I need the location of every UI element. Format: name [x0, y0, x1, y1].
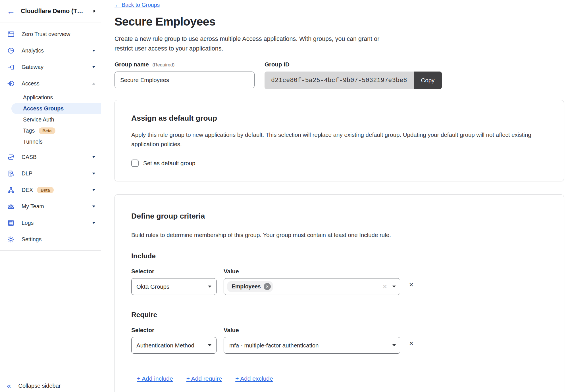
sidebar-item-settings[interactable]: Settings: [0, 231, 101, 248]
window-icon: [7, 30, 15, 38]
criteria-card: Define group criteria Build rules to det…: [115, 194, 564, 392]
criteria-card-body: Build rules to determine membership of t…: [131, 230, 547, 240]
include-heading: Include: [131, 252, 547, 260]
sidebar-item-label: DLP: [22, 170, 32, 177]
chevron-down-icon[interactable]: [92, 206, 95, 207]
sidebar-item-label: Tunnels: [23, 139, 43, 145]
group-id-column: Group ID d21ce80f-5a25-4bcf-9b07-5032197…: [265, 61, 442, 89]
require-selector-value: Authentication Method: [136, 342, 194, 349]
sidebar-item-dex[interactable]: DEX Beta: [0, 182, 101, 198]
remove-include-rule-icon[interactable]: ✕: [409, 282, 414, 288]
value-tag-label: Employees: [232, 283, 261, 290]
sidebar-item-gateway[interactable]: Gateway: [0, 59, 101, 75]
include-rule-row: Okta Groups Employees ✕ ✕ ✕: [131, 278, 547, 295]
page-description: Create a new rule group to use across mu…: [115, 34, 392, 53]
default-group-card: Assign as default group Apply this rule …: [115, 100, 564, 181]
selector-label: Selector: [131, 268, 224, 275]
selector-label: Selector: [131, 327, 224, 334]
sidebar-item-access-groups[interactable]: Access Groups: [11, 103, 101, 114]
require-selector-dropdown[interactable]: Authentication Method: [131, 337, 217, 354]
sidebar-item-service-auth[interactable]: Service Auth: [0, 114, 101, 125]
chevron-down-icon[interactable]: [392, 344, 396, 346]
add-exclude-link[interactable]: + Add exclude: [235, 375, 273, 382]
gear-icon: [7, 235, 15, 243]
sidebar-header: ← Cloudflare Demo (T…: [0, 0, 101, 22]
sidebar-item-tags[interactable]: Tags Beta: [0, 125, 101, 136]
sidebar-item-label: Access Groups: [23, 105, 64, 112]
chevron-down-icon[interactable]: [92, 66, 95, 68]
back-to-groups-link[interactable]: ← Back to Groups: [115, 2, 160, 8]
chevron-down-icon[interactable]: [92, 156, 95, 158]
chevron-down-icon[interactable]: [92, 173, 95, 175]
sidebar-item-applications[interactable]: Applications: [0, 92, 101, 103]
sidebar-item-label: CASB: [22, 154, 37, 160]
sidebar-item-my-team[interactable]: My Team: [0, 198, 101, 215]
chevron-down-icon[interactable]: [92, 189, 95, 191]
sidebar-item-dlp[interactable]: DLP: [0, 165, 101, 182]
logs-icon: [7, 219, 15, 227]
sidebar-item-tunnels[interactable]: Tunnels: [0, 136, 101, 147]
beta-badge: Beta: [39, 127, 55, 134]
add-include-link[interactable]: + Add include: [137, 375, 173, 382]
include-value-multiselect[interactable]: Employees ✕ ✕: [224, 278, 400, 295]
include-field-labels: Selector Value: [131, 268, 547, 275]
group-name-column: Group name (Required): [115, 61, 255, 89]
account-title: Cloudflare Demo (T…: [21, 8, 88, 15]
default-group-checkbox[interactable]: [131, 160, 139, 167]
beta-badge: Beta: [37, 187, 54, 193]
group-name-input[interactable]: [115, 72, 255, 88]
add-rule-links: + Add include + Add require + Add exclud…: [137, 375, 547, 382]
dlp-icon: [7, 169, 15, 177]
collapse-sidebar-button[interactable]: « Collapse sidebar: [0, 376, 101, 392]
require-value-dropdown[interactable]: mfa - multiple-factor authentication: [224, 337, 400, 354]
sidebar-item-label: Gateway: [22, 64, 43, 70]
sidebar-item-zero-trust-overview[interactable]: Zero Trust overview: [0, 26, 101, 42]
copy-button[interactable]: Copy: [414, 72, 442, 89]
remove-tag-icon[interactable]: ✕: [264, 283, 271, 290]
dex-icon: [7, 186, 15, 194]
chevron-down-icon[interactable]: [92, 50, 95, 52]
chevron-down-icon: [208, 344, 211, 346]
chevron-down-icon: [208, 286, 211, 288]
page-title: Secure Employees: [115, 15, 564, 28]
sidebar-item-label: Tags: [23, 127, 35, 134]
team-icon: [7, 202, 15, 210]
sidebar-item-label: Settings: [22, 236, 41, 243]
expand-right-icon[interactable]: [93, 10, 96, 12]
chevron-down-icon[interactable]: [392, 286, 396, 288]
require-heading: Require: [131, 311, 547, 319]
group-name-label: Group name: [115, 61, 149, 68]
sidebar-item-logs[interactable]: Logs: [0, 215, 101, 231]
access-icon: [7, 79, 15, 87]
required-hint: (Required): [152, 62, 174, 67]
sidebar-item-analytics[interactable]: Analytics: [0, 42, 101, 59]
chevron-up-icon[interactable]: [92, 83, 95, 85]
default-group-card-body: Apply this rule group to new application…: [131, 130, 535, 149]
sidebar-item-label: Logs: [22, 220, 34, 226]
group-id-label: Group ID: [265, 61, 290, 68]
main-content: ← Back to Groups Secure Employees Create…: [101, 0, 568, 392]
group-meta-row: Group name (Required) Group ID d21ce80f-…: [115, 61, 564, 89]
criteria-card-title: Define group criteria: [131, 212, 547, 221]
sidebar-item-access[interactable]: Access: [0, 75, 101, 92]
clear-values-icon[interactable]: ✕: [382, 284, 387, 290]
value-label: Value: [224, 327, 239, 334]
back-arrow-icon[interactable]: ←: [7, 7, 15, 15]
include-selector-value: Okta Groups: [136, 283, 169, 290]
sidebar-item-label: Analytics: [22, 47, 44, 54]
value-tag: Employees ✕: [227, 281, 273, 292]
sidebar: ← Cloudflare Demo (T… Zero Trust overvie…: [0, 0, 101, 392]
chevron-down-icon[interactable]: [92, 222, 95, 224]
sidebar-item-label: Service Auth: [23, 116, 54, 123]
default-group-card-title: Assign as default group: [131, 114, 547, 123]
include-selector-dropdown[interactable]: Okta Groups: [131, 278, 217, 295]
set-default-group-row[interactable]: Set as default group: [131, 160, 547, 167]
add-require-link[interactable]: + Add require: [186, 375, 222, 382]
remove-require-rule-icon[interactable]: ✕: [409, 341, 414, 346]
sidebar-item-label: DEX: [22, 187, 33, 193]
sidebar-item-label: Applications: [23, 94, 53, 101]
sidebar-item-casb[interactable]: CASB: [0, 149, 101, 165]
value-label: Value: [224, 268, 239, 275]
access-sub-list: Applications Access Groups Service Auth …: [0, 92, 101, 147]
casb-icon: [7, 153, 15, 161]
